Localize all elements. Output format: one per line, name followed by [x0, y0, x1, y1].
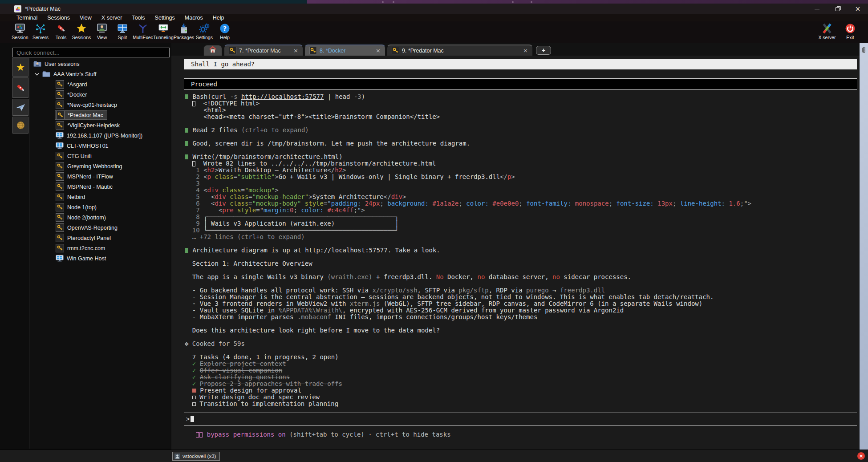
proceed-option[interactable]: Proceed: [184, 78, 857, 90]
close-button[interactable]: ×: [848, 4, 868, 14]
tree-item-user-sessions[interactable]: User sessions: [29, 59, 170, 69]
toolbar-label: Tunneling: [153, 35, 174, 40]
knife-icon: [57, 24, 66, 33]
toolbar-exit-button[interactable]: Exit: [839, 21, 862, 43]
background-dot: [531, 1, 532, 3]
terminal-line: Write design doc and spec review: [171, 394, 860, 401]
rail-tools-button[interactable]: [12, 77, 28, 98]
key-icon: [56, 182, 64, 191]
task-inprogress-icon: [192, 389, 196, 393]
toolbar-packages-button[interactable]: Packages: [174, 21, 194, 43]
toolbar-session-button[interactable]: Session: [10, 21, 30, 43]
terminal-line: <head><meta charset="utf-8"><title>Brain…: [171, 113, 860, 120]
toolbar-settings-button[interactable]: Settings: [194, 21, 215, 43]
tree-item-clt-vmhost01[interactable]: CLT-VMHOST01: [29, 141, 170, 151]
prompt-input[interactable]: >: [184, 413, 857, 426]
rail-web-button[interactable]: [12, 117, 28, 134]
rail-favorites-button[interactable]: ★: [12, 58, 28, 77]
close-icon[interactable]: ×: [290, 47, 298, 54]
terminal-line: 4 <div class="mockup">: [171, 187, 860, 194]
toolbar-sessions-button[interactable]: Sessions: [71, 21, 92, 43]
tree-item-pterodactyl-panel[interactable]: Pterodactyl Panel: [29, 233, 170, 243]
tree-item-netbird[interactable]: Netbird: [29, 192, 170, 202]
tab-7-predator-mac[interactable]: 7. *Predator Mac×: [224, 45, 303, 56]
terminal-line: <html>: [171, 107, 860, 113]
menu-sessions[interactable]: Sessions: [42, 15, 75, 21]
y-arrows-icon: [138, 23, 148, 34]
rail-send-button[interactable]: [12, 99, 28, 116]
menu-tools[interactable]: Tools: [127, 15, 150, 21]
terminal-pane[interactable]: Shall I go ahead?Proceed Bash(curl -s ht…: [171, 56, 860, 450]
menu-settings[interactable]: Settings: [150, 15, 180, 21]
new-tab-button[interactable]: +: [536, 46, 551, 55]
close-icon[interactable]: ×: [519, 47, 528, 54]
tree-item-openvas-reporting[interactable]: OpenVAS-Reporting: [29, 223, 170, 233]
key-icon: [229, 47, 236, 54]
menu-view[interactable]: View: [75, 15, 97, 21]
tree-item-asgard[interactable]: *Asgard: [29, 79, 170, 89]
terminal-line: 2 <p class="subtitle">Go + Wails v3 | Wi…: [171, 174, 860, 180]
tree-item-aaa-vantz-s-stuff[interactable]: AAA Vantz's Stuff: [29, 69, 170, 79]
tree-item-vigilcyber-helpdesk[interactable]: *VigilCyber-Helpdesk: [29, 120, 170, 130]
terminal-line: [171, 347, 860, 354]
menu-x-server[interactable]: X server: [97, 15, 127, 21]
menu-help[interactable]: Help: [208, 15, 229, 21]
user-session-label: vstockwell (x3): [183, 454, 216, 459]
tree-item-win-game-host[interactable]: Win Game Host: [29, 253, 170, 263]
glyph-box-icon: [192, 161, 195, 166]
toolbar-split-button[interactable]: Split: [112, 21, 133, 43]
session-tree: User sessionsAAA Vantz's Stuff*Asgard*Do…: [29, 58, 170, 449]
tree-item-ctg-unifi[interactable]: CTG Unifi: [29, 151, 170, 161]
tab-home[interactable]: [203, 45, 222, 56]
toolbar-tools-button[interactable]: Tools: [51, 21, 71, 43]
sessions-sidebar: ★ User sessionsAAA Vantz's Stuff*Asgard*…: [0, 43, 171, 450]
minimize-button[interactable]: [807, 4, 827, 14]
terminal-line: - MobaXTerm importer parses .mobaconf IN…: [171, 314, 860, 320]
terminal-line: [171, 240, 860, 247]
toolbar-tunneling-button[interactable]: Tunneling: [153, 21, 174, 43]
terminal-line: - Vault uses SQLite in %APPDATA%\Wraith\…: [171, 307, 860, 314]
tree-item-192-168-1-107-ups-monitor[interactable]: 192.168.1.107 ([UPS-Monitor]): [29, 130, 170, 141]
tree-item-label: *Docker: [67, 92, 87, 98]
terminal-line: ✻ Cooked for 59s: [171, 340, 860, 347]
toolbar-help-button[interactable]: ?Help: [215, 21, 235, 43]
power-icon: [845, 23, 856, 34]
tree-item-mspnerd-mautic[interactable]: MSPNerd - Mautic: [29, 182, 170, 192]
tree-item-node-2-bottom[interactable]: Node 2(bottom): [29, 212, 170, 223]
terminal-line: [171, 334, 860, 340]
gears-icon: [199, 23, 210, 34]
menu-macros[interactable]: Macros: [180, 15, 208, 21]
red-close-icon[interactable]: ×: [857, 452, 865, 460]
toolbar-view-button[interactable]: View: [92, 21, 112, 43]
network-icon: [35, 23, 46, 34]
split-icon: [117, 23, 128, 34]
tab-9-predator-mac[interactable]: 9. *Predator Mac×: [387, 45, 533, 56]
terminal-line: 8 ┌─────────────────────────────────────…: [171, 214, 860, 220]
tree-item-label: *Predator Mac: [68, 112, 103, 118]
tree-item-mspnerd-itflow[interactable]: MSPNerd - ITFlow: [29, 171, 170, 182]
rdp-monitor-icon: [56, 255, 64, 262]
toolbar-label: Tools: [56, 35, 67, 40]
tree-item-rmm-t2cnc-com[interactable]: rmm.t2cnc.com: [29, 243, 170, 253]
menu-terminal[interactable]: Terminal: [12, 15, 42, 21]
toolbar-x-server-button[interactable]: X server: [815, 21, 839, 43]
quick-connect-input[interactable]: [12, 48, 170, 57]
tree-item-new-cp01-heistacp[interactable]: *New-cp01-heistacp: [29, 100, 170, 110]
terminal-gap: [171, 407, 860, 413]
toolbar-label: Sessions: [72, 35, 91, 40]
user-session-button[interactable]: vstockwell (x3): [172, 452, 220, 461]
maximize-button[interactable]: [827, 4, 848, 14]
terminal-line: ✓ Ask clarifying questions: [171, 374, 860, 381]
tree-item-node-1-top[interactable]: Node 1(top): [29, 202, 170, 212]
tab-8-docker[interactable]: 8. *Docker×: [304, 45, 385, 56]
tree-item-greyming-webhosting[interactable]: Greyming Webhosting: [29, 161, 170, 171]
close-icon[interactable]: ×: [372, 47, 381, 54]
tree-item-predator-mac[interactable]: *Predator Mac: [29, 110, 170, 120]
attachments-strip[interactable]: [860, 43, 868, 450]
chevron-down-icon[interactable]: [33, 73, 41, 76]
tree-item-label: MSPNerd - ITFlow: [67, 174, 113, 180]
background-window-strip: [0, 0, 868, 4]
tree-item-docker[interactable]: *Docker: [29, 89, 170, 100]
toolbar-multiexec-button[interactable]: MultiExec: [133, 21, 153, 43]
toolbar-servers-button[interactable]: Servers: [30, 21, 51, 43]
